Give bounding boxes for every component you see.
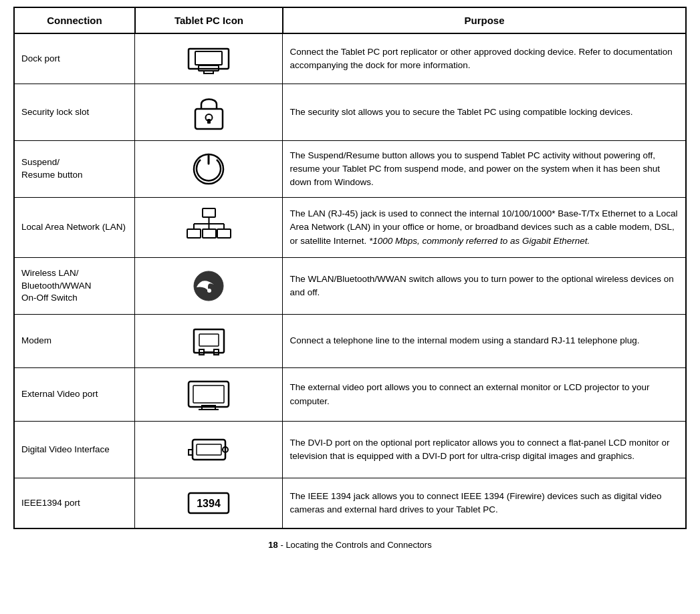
connection-cell: Wireless LAN/ Bluetooth/WWAN On-Off Swit… — [14, 258, 135, 315]
purpose-cell: The DVI-D port on the optional port repl… — [283, 422, 686, 478]
purpose-text: Connect the Tablet PC port replicator or… — [289, 47, 672, 70]
purpose-text: The LAN (RJ-45) jack is used to connect … — [289, 208, 677, 246]
table-row: Security lock slot The security slot all… — [14, 84, 686, 141]
svg-rect-6 — [207, 119, 211, 124]
connections-table: Connection Tablet PC Icon Purpose Dock p… — [13, 7, 687, 529]
purpose-text: The WLAN/Bluetooth/WWAN switch allows yo… — [289, 274, 673, 297]
icon-cell — [135, 315, 283, 368]
connection-cell: Security lock slot — [14, 84, 135, 141]
icon-cell — [135, 422, 283, 478]
ieee1394-icon: 1394 — [142, 486, 275, 520]
purpose-cell: The LAN (RJ-45) jack is used to connect … — [283, 198, 686, 258]
table-row: Dock port Connect the Tablet PC port rep… — [14, 33, 686, 84]
connection-name: Dock port — [21, 53, 60, 63]
purpose-cell: Connect a telephone line to the internal… — [283, 315, 686, 368]
table-row: Wireless LAN/ Bluetooth/WWAN On-Off Swit… — [14, 258, 686, 315]
table-row: Digital Video Interface The DVI-D port o… — [14, 422, 686, 478]
svg-text:1394: 1394 — [197, 498, 221, 509]
connection-cell: Dock port — [14, 33, 135, 84]
table-row: Suspend/ Resume button The Suspend/Resum… — [14, 141, 686, 198]
svg-rect-3 — [204, 71, 213, 73]
icon-cell — [135, 33, 283, 84]
svg-rect-26 — [193, 386, 224, 403]
connection-name: Digital Video Interface — [21, 444, 110, 454]
dock-port-icon — [142, 42, 275, 75]
connection-cell: Suspend/ Resume button — [14, 141, 135, 198]
table-row: Local Area Network (LAN) The LAN (RJ-45)… — [14, 198, 686, 258]
security-lock-icon — [142, 92, 275, 132]
svg-rect-9 — [203, 208, 215, 217]
wireless-switch-icon — [142, 266, 275, 306]
purpose-cell: The WLAN/Bluetooth/WWAN switch allows yo… — [283, 258, 686, 315]
connection-cell: Digital Video Interface — [14, 422, 135, 478]
external-video-icon — [142, 376, 275, 413]
connection-name: Modem — [21, 335, 51, 345]
header-icon: Tablet PC Icon — [135, 7, 283, 33]
suspend-resume-icon — [142, 149, 275, 189]
icon-cell — [135, 141, 283, 198]
purpose-text: The external video port allows you to co… — [289, 382, 649, 406]
lan-icon — [142, 206, 275, 249]
svg-rect-1 — [195, 51, 222, 65]
svg-point-19 — [207, 289, 211, 293]
connection-name: IEEE1394 port — [21, 498, 80, 508]
purpose-cell: The Suspend/Resume button allows you to … — [283, 141, 686, 198]
icon-cell — [135, 198, 283, 258]
icon-cell — [135, 84, 283, 141]
table-row: Modem Connect a telephone line to the in… — [14, 315, 686, 368]
purpose-cell: The IEEE 1394 jack allows you to connect… — [283, 478, 686, 529]
purpose-text: The security slot allows you to secure t… — [289, 107, 632, 117]
icon-cell — [135, 258, 283, 315]
purpose-text: Connect a telephone line to the internal… — [289, 335, 639, 345]
purpose-text: The IEEE 1394 jack allows you to connect… — [289, 491, 661, 514]
svg-rect-20 — [194, 329, 224, 353]
page-number: 18 — [268, 540, 277, 550]
connection-cell: Local Area Network (LAN) — [14, 198, 135, 258]
connection-cell: Modem — [14, 315, 135, 368]
svg-rect-15 — [187, 229, 201, 238]
purpose-text: The Suspend/Resume button allows you to … — [289, 150, 660, 188]
icon-cell: 1394 — [135, 478, 283, 529]
icon-cell — [135, 368, 283, 422]
svg-rect-16 — [203, 229, 216, 238]
purpose-cell: The security slot allows you to secure t… — [283, 84, 686, 141]
footer-text: - Locating the Controls and Connectors — [278, 540, 432, 550]
connection-cell: IEEE1394 port — [14, 478, 135, 529]
page-footer: 18 - Locating the Controls and Connector… — [268, 540, 431, 550]
connection-name: Local Area Network (LAN) — [21, 222, 126, 232]
connection-name: Security lock slot — [21, 107, 89, 117]
connection-cell: External Video port — [14, 368, 135, 422]
connection-name: Wireless LAN/ Bluetooth/WWAN On-Off Swit… — [21, 268, 92, 303]
dvi-icon — [142, 430, 275, 470]
connection-name: External Video port — [21, 389, 98, 399]
svg-rect-30 — [197, 444, 221, 455]
svg-rect-24 — [199, 334, 219, 346]
header-connection: Connection — [14, 7, 135, 33]
header-purpose: Purpose — [283, 7, 686, 33]
table-row: External Video port The external video p… — [14, 368, 686, 422]
table-row: IEEE1394 port 1394 The IEEE 1394 jack al… — [14, 478, 686, 529]
svg-rect-17 — [217, 229, 231, 238]
svg-rect-29 — [193, 440, 225, 460]
purpose-cell: The external video port allows you to co… — [283, 368, 686, 422]
purpose-cell: Connect the Tablet PC port replicator or… — [283, 33, 686, 84]
connection-name: Suspend/ Resume button — [21, 157, 83, 180]
purpose-text: The DVI-D port on the optional port repl… — [289, 438, 669, 461]
modem-icon — [142, 323, 275, 359]
